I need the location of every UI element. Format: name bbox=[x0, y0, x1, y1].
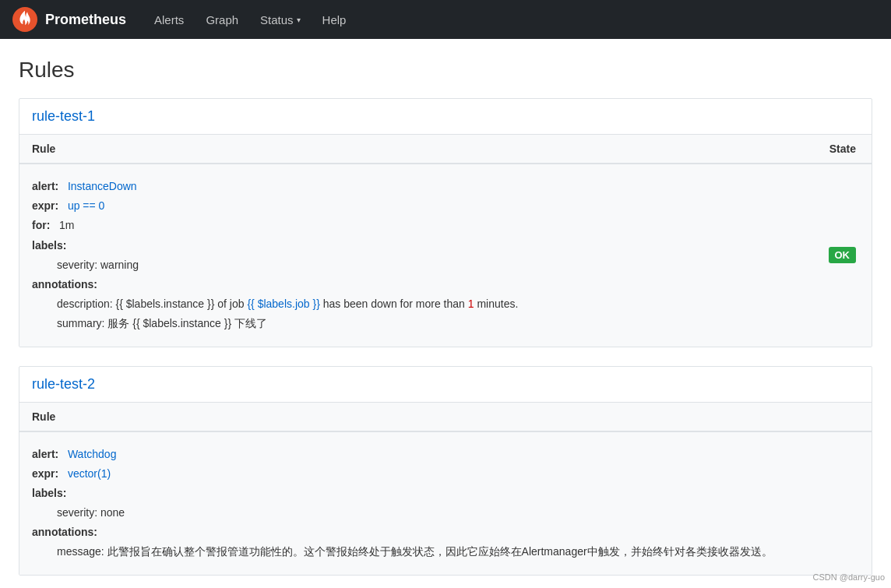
status-dropdown-button[interactable]: Status ▾ bbox=[251, 9, 310, 31]
state-cell-1: OK bbox=[788, 164, 872, 347]
nav-item-alerts[interactable]: Alerts bbox=[145, 13, 193, 26]
col-header-state-1: State bbox=[788, 135, 872, 164]
rule-group-2: rule-test-2 Rule alert: Watchdog bbox=[19, 366, 872, 576]
annotations-label: annotations: bbox=[32, 278, 97, 290]
alert-row: alert: InstanceDown bbox=[32, 177, 776, 196]
table-row: alert: InstanceDown expr: up == 0 for: bbox=[19, 164, 872, 347]
labels-job-ref: {{ $labels.job }} bbox=[247, 298, 319, 310]
alert-row-2: alert: Watchdog bbox=[32, 445, 829, 464]
expr-value[interactable]: up == 0 bbox=[68, 199, 105, 212]
nav-links: Alerts Graph Status ▾ Help bbox=[145, 9, 355, 31]
help-link[interactable]: Help bbox=[313, 9, 356, 31]
alert-label-2: alert: bbox=[32, 448, 58, 460]
labels-row-2: labels: bbox=[32, 484, 829, 503]
labels-row: labels: bbox=[32, 236, 776, 255]
col-header-rule-1: Rule bbox=[19, 135, 788, 164]
for-value: 1m bbox=[59, 219, 74, 231]
rule-detail-cell-1: alert: InstanceDown expr: up == 0 for: bbox=[19, 164, 788, 347]
nav-item-help[interactable]: Help bbox=[313, 13, 356, 26]
prometheus-logo-icon bbox=[12, 7, 37, 32]
state-cell-2 bbox=[841, 431, 872, 575]
chevron-down-icon: ▾ bbox=[297, 16, 301, 24]
for-label: for: bbox=[32, 219, 50, 231]
rules-table-1: Rule State alert: InstanceDown bbox=[19, 135, 872, 347]
brand-title: Prometheus bbox=[45, 12, 126, 28]
labels-indent: severity: warning bbox=[57, 255, 776, 275]
rules-table-2: Rule alert: Watchdog e bbox=[19, 403, 872, 575]
expr-label: expr: bbox=[32, 199, 58, 212]
rule-detail-cell-2: alert: Watchdog expr: vector(1) labels: bbox=[19, 431, 841, 575]
alert-value-2[interactable]: Watchdog bbox=[68, 448, 117, 460]
watermark: CSDN @darry-guo bbox=[813, 572, 885, 582]
main-content: Rules rule-test-1 Rule State alert: bbox=[0, 39, 891, 588]
summary-line: summary: 服务 {{ $labels.instance }} 下线了 bbox=[57, 314, 776, 333]
expr-value-2[interactable]: vector(1) bbox=[68, 467, 111, 480]
expr-row-2: expr: vector(1) bbox=[32, 464, 829, 484]
for-row: for: 1m bbox=[32, 216, 776, 235]
col-header-rule-2: Rule bbox=[19, 403, 841, 431]
rule-group-2-header: rule-test-2 bbox=[19, 367, 872, 403]
rule-group-1-title[interactable]: rule-test-1 bbox=[32, 108, 95, 124]
navbar: Prometheus Alerts Graph Status ▾ Help bbox=[0, 0, 891, 39]
col-header-state-2 bbox=[841, 403, 872, 431]
rule-group-1-header: rule-test-1 bbox=[19, 99, 872, 135]
nav-item-status[interactable]: Status ▾ bbox=[251, 9, 310, 31]
alert-value[interactable]: InstanceDown bbox=[68, 180, 137, 192]
expr-label-2: expr: bbox=[32, 467, 58, 480]
rule-group-1: rule-test-1 Rule State alert: Ins bbox=[19, 98, 872, 347]
message-line: message: 此警报旨在确认整个警报管道功能性的。这个警报始终处于触发状态，… bbox=[57, 542, 829, 562]
nav-item-graph[interactable]: Graph bbox=[196, 13, 248, 26]
labels-indent-2: severity: none bbox=[57, 503, 829, 523]
rule-detail-2: alert: Watchdog expr: vector(1) labels: bbox=[32, 445, 829, 562]
alert-label: alert: bbox=[32, 180, 58, 192]
annotations-label-2: annotations: bbox=[32, 526, 97, 538]
table-row: alert: Watchdog expr: vector(1) labels: bbox=[19, 431, 872, 575]
annotations-row-2: annotations: bbox=[32, 523, 829, 542]
highlight-minutes: 1 bbox=[468, 298, 474, 310]
annotations-row: annotations: bbox=[32, 275, 776, 294]
ok-badge: OK bbox=[829, 247, 857, 263]
expr-row: expr: up == 0 bbox=[32, 196, 776, 216]
graph-link[interactable]: Graph bbox=[196, 9, 248, 31]
brand-link[interactable]: Prometheus bbox=[12, 7, 126, 32]
description-line: description: {{ $labels.instance }} of j… bbox=[57, 294, 776, 314]
labels-label-2: labels: bbox=[32, 487, 66, 499]
rule-group-2-title[interactable]: rule-test-2 bbox=[32, 376, 95, 392]
page-title: Rules bbox=[19, 58, 872, 83]
rule-detail-1: alert: InstanceDown expr: up == 0 for: bbox=[32, 177, 776, 334]
labels-label: labels: bbox=[32, 239, 66, 252]
alerts-link[interactable]: Alerts bbox=[145, 9, 193, 31]
